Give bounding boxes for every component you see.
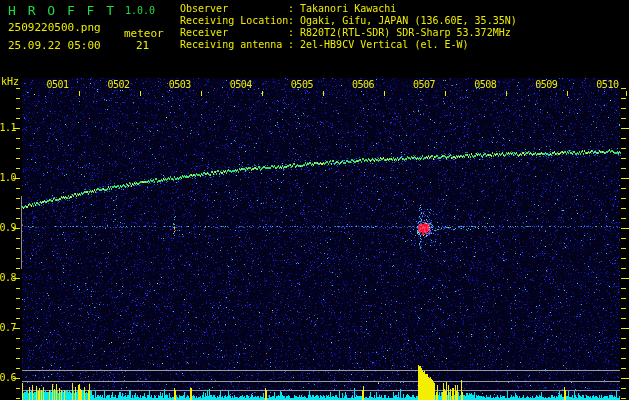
y-axis-unit: kHz (1, 76, 19, 87)
info-separator: : (288, 3, 300, 15)
y-tick-label: 0.7 (0, 322, 16, 333)
x-tick-label: 0504 (228, 79, 254, 90)
x-tick-label: 0510 (594, 79, 620, 90)
spectrogram-canvas (0, 0, 629, 400)
x-tick-label: 0506 (350, 79, 376, 90)
info-value: Ogaki, Gifu, JAPAN (136.60E, 35.35N) (300, 15, 517, 27)
app-version: 1.0.0 (125, 5, 155, 16)
x-tick-label: 0505 (289, 79, 315, 90)
x-tick-label: 0503 (167, 79, 193, 90)
y-tick-label: 0.8 (0, 272, 16, 283)
x-tick-label: 0507 (411, 79, 437, 90)
receiver-info: Observer:Takanori KawachiReceiving Locat… (180, 3, 629, 51)
info-label: Receiving Location (180, 15, 288, 27)
info-row: Observer:Takanori Kawachi (180, 3, 629, 15)
echo-count: 21 (136, 39, 149, 52)
observation-datetime: 25.09.22 05:00 (8, 39, 101, 52)
x-tick-label: 0508 (472, 79, 498, 90)
info-separator: : (288, 39, 300, 51)
y-tick-label: 0.9 (0, 222, 16, 233)
y-tick-label: 0.6 (0, 372, 16, 383)
info-label: Receiving antenna (180, 39, 288, 51)
info-label: Observer (180, 3, 288, 15)
output-filename: 2509220500.png (8, 21, 101, 34)
info-row: Receiving antenna:2el-HB9CV Vertical (el… (180, 39, 629, 51)
x-tick-label: 0501 (45, 79, 71, 90)
info-row: Receiving Location:Ogaki, Gifu, JAPAN (1… (180, 15, 629, 27)
y-tick-label: 1.0 (0, 172, 16, 183)
info-value: Takanori Kawachi (300, 3, 396, 15)
app-title: H R O F F T (8, 3, 116, 18)
hrofft-screen: H R O F F T 1.0.0 2509220500.png meteor … (0, 0, 629, 400)
y-tick-label: 1.1 (0, 122, 16, 133)
info-value: R820T2(RTL-SDR) SDR-Sharp 53.372MHz (300, 27, 511, 39)
x-tick-label: 0502 (106, 79, 132, 90)
x-tick-label: 0509 (533, 79, 559, 90)
info-separator: : (288, 27, 300, 39)
info-separator: : (288, 15, 300, 27)
info-value: 2el-HB9CV Vertical (el. E-W) (300, 39, 469, 51)
info-label: Receiver (180, 27, 288, 39)
info-row: Receiver:R820T2(RTL-SDR) SDR-Sharp 53.37… (180, 27, 629, 39)
